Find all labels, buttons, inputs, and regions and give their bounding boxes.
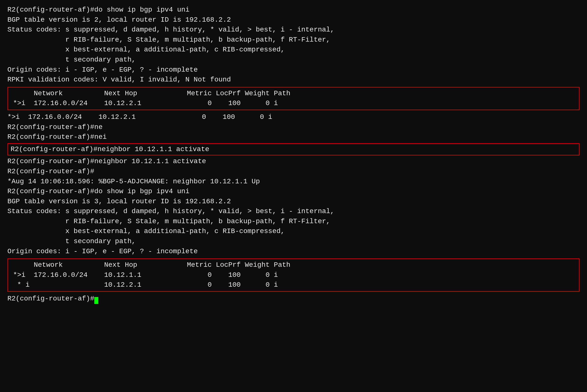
line-6: t secondary path, [8,55,579,65]
line-23: Origin codes: i - IGP, e - EGP, ? - inco… [8,246,579,257]
bgp-table-2: Network Next Hop Metric LocPrf Weight Pa… [8,258,579,292]
line-4: r RIB-failure, S Stale, m multipath, b b… [8,35,579,45]
terminal: R2(config-router-af)#do show ip bgp ipv4… [8,5,579,304]
line-8: RPKI validation codes: V valid, I invali… [8,75,579,85]
line-1: R2(config-router-af)#do show ip bgp ipv4… [8,5,579,15]
table2-header: Network Next Hop Metric LocPrf Weight Pa… [8,260,579,270]
line-17: R2(config-router-af)#do show ip bgp ipv4… [8,186,579,196]
line-19: Status codes: s suppressed, d damped, h … [8,206,579,216]
line-18: BGP table version is 3, local router ID … [8,196,579,207]
table2-row1: *>i 172.16.0.0/24 10.12.1.1 0 100 0 i [8,270,579,280]
table2-row2: * i 10.12.2.1 0 100 0 i [8,280,579,290]
line-16: *Aug 14 10:06:18.596: %BGP-5-ADJCHANGE: … [8,177,579,187]
final-prompt: R2(config-router-af)# [8,294,579,304]
line-7: Origin codes: i - IGP, e - EGP, ? - inco… [8,65,579,75]
line-15: R2(config-router-af)# [8,166,579,177]
line-10: *>i 172.16.0.0/24 10.12.2.1 0 100 0 i [8,112,579,122]
bgp-table-1: Network Next Hop Metric LocPrf Weight Pa… [8,87,579,110]
cursor-block [94,297,98,304]
line-14: R2(config-router-af)#neighbor 10.12.1.1 … [8,156,579,166]
line-3: Status codes: s suppressed, d damped, h … [8,25,579,35]
line-2: BGP table version is 2, local router ID … [8,15,579,25]
line-11: R2(config-router-af)#ne [8,122,579,132]
neighbor-activate-box: R2(config-router-af)#neighbor 10.12.1.1 … [8,143,579,156]
line-21: x best-external, a additional-path, c RI… [8,226,579,236]
line-12: R2(config-router-af)#nei [8,132,579,142]
line-5: x best-external, a additional-path, c RI… [8,45,579,55]
line-20: r RIB-failure, S Stale, m multipath, b b… [8,216,579,227]
table1-header: Network Next Hop Metric LocPrf Weight Pa… [8,88,579,99]
table1-row: *>i 172.16.0.0/24 10.12.2.1 0 100 0 i [8,98,579,108]
neighbor-activate-line: R2(config-router-af)#neighbor 10.12.1.1 … [8,143,579,156]
line-22: t secondary path, [8,236,579,246]
